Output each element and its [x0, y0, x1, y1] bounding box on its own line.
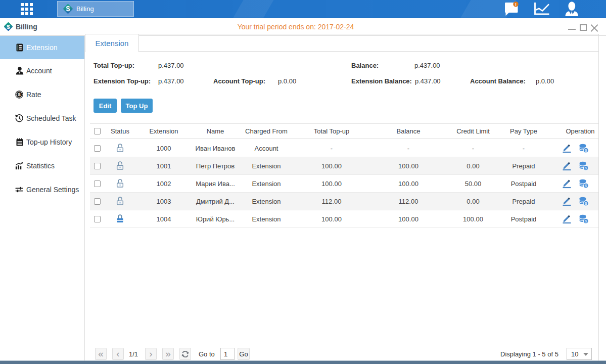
svg-text:$: $	[66, 5, 70, 13]
svg-text:$: $	[18, 92, 21, 97]
svg-text:!: !	[515, 2, 517, 7]
